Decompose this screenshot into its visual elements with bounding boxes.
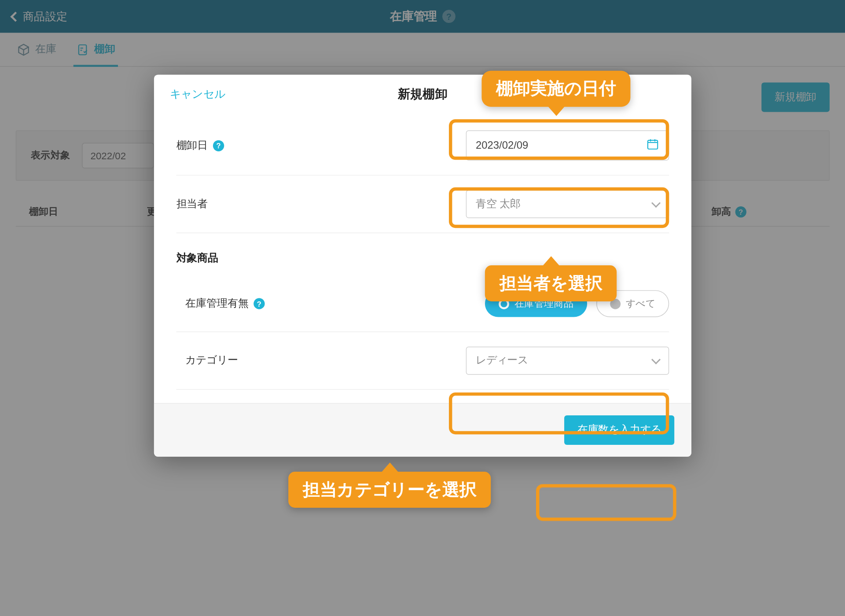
- highlight-submit: [536, 484, 676, 521]
- person-value: 青空 太郎: [476, 197, 521, 211]
- help-icon[interactable]: ?: [213, 140, 224, 151]
- modal-overlay: キャンセル 新規棚卸 棚卸日 ? 2023/02/09: [0, 0, 845, 616]
- pill-all-label: すべて: [626, 297, 655, 310]
- person-select[interactable]: 青空 太郎: [466, 190, 669, 218]
- modal-title: 新規棚卸: [398, 85, 448, 103]
- help-icon[interactable]: ?: [254, 298, 265, 309]
- category-select[interactable]: レディース: [466, 347, 669, 375]
- callout-date-text: 棚卸実施の日付: [496, 79, 616, 99]
- svg-rect-1: [648, 140, 658, 149]
- cancel-button[interactable]: キャンセル: [170, 87, 226, 102]
- chevron-down-icon: [651, 198, 661, 207]
- calendar-icon: [646, 138, 659, 154]
- category-label: カテゴリー: [185, 354, 238, 367]
- managed-label: 在庫管理有無: [185, 297, 248, 311]
- submit-stock-button[interactable]: 在庫数を入力する: [564, 415, 674, 445]
- callout-person: 担当者を選択: [485, 265, 617, 301]
- callout-date: 棚卸実施の日付: [481, 71, 630, 107]
- callout-person-text: 担当者を選択: [500, 273, 603, 293]
- chevron-down-icon: [651, 355, 661, 364]
- person-label: 担当者: [176, 197, 208, 211]
- category-value: レディース: [476, 354, 528, 367]
- callout-category-text: 担当カテゴリーを選択: [303, 480, 477, 499]
- date-label: 棚卸日: [176, 139, 208, 152]
- date-value: 2023/02/09: [476, 139, 528, 151]
- date-input[interactable]: 2023/02/09: [466, 130, 669, 160]
- callout-category: 担当カテゴリーを選択: [288, 472, 491, 508]
